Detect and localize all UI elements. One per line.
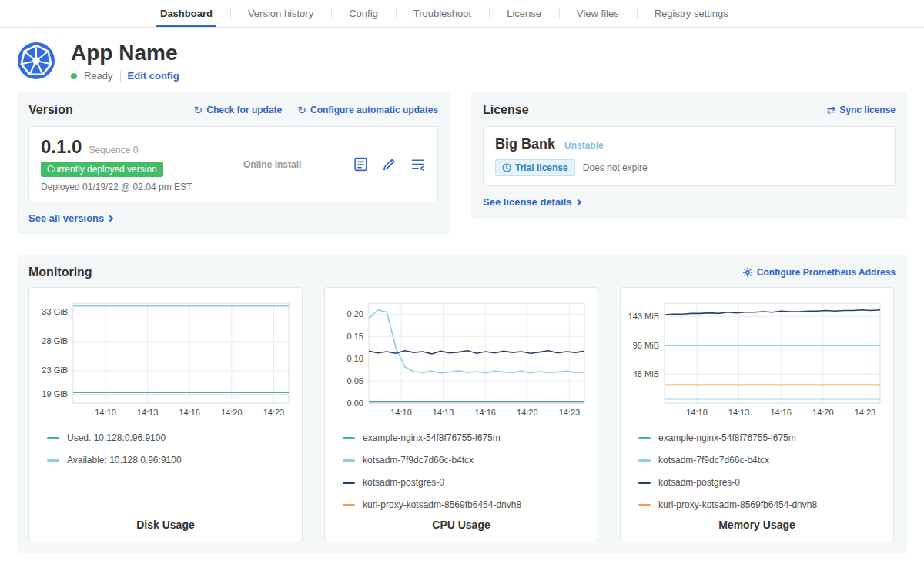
- auto-update-icon: ↻: [297, 105, 306, 115]
- svg-text:14:16: 14:16: [179, 408, 200, 417]
- tab-label: View files: [577, 8, 619, 19]
- svg-text:48 MiB: 48 MiB: [633, 369, 659, 379]
- line-chart-svg: 33 GiB28 GiB23 GiB19 GiB14:1014:1314:161…: [36, 297, 295, 422]
- line-chart-svg: 143 MiB95 MiB48 MiB14:1014:1314:1614:201…: [628, 297, 886, 422]
- svg-text:19 GiB: 19 GiB: [42, 389, 68, 399]
- svg-text:0.20: 0.20: [347, 309, 363, 319]
- license-channel: Unstable: [564, 140, 604, 151]
- tab-license[interactable]: License: [489, 0, 559, 27]
- legend-item: kotsadm-7f9dc7d66c-b4tcx: [638, 455, 886, 466]
- line-chart-svg: 0.200.150.100.050.0014:1014:1314:1614:20…: [332, 297, 591, 422]
- charts-row: 33 GiB28 GiB23 GiB19 GiB14:1014:1314:161…: [28, 287, 896, 542]
- configure-automatic-updates-label: Configure automatic updates: [310, 105, 438, 115]
- configure-automatic-updates-link[interactable]: ↻ Configure automatic updates: [297, 105, 438, 115]
- tab-dashboard[interactable]: Dashboard: [142, 0, 230, 27]
- series-label: kurl-proxy-kotsadm-8569fb6454-dnvh8: [658, 499, 817, 510]
- tab-config[interactable]: Config: [331, 0, 396, 27]
- series-label: Used: 10.128.0.96:9100: [67, 432, 166, 443]
- preflight-checks-icon[interactable]: [381, 156, 397, 172]
- legend-item: Available: 10.128.0.96:9100: [47, 455, 295, 466]
- series-label: kotsadm-7f9dc7d66c-b4tcx: [363, 455, 474, 466]
- svg-text:14:20: 14:20: [517, 408, 538, 417]
- divider: [120, 71, 121, 82]
- version-number: 0.1.0: [41, 136, 82, 158]
- svg-text:0.00: 0.00: [347, 399, 363, 408]
- deployed-badge: Currently deployed version: [41, 162, 163, 177]
- release-notes-icon[interactable]: [353, 156, 369, 172]
- license-card: License ⇄ Sync license Big Bank Unstable…: [471, 92, 907, 219]
- cpu-usage-plot: 0.200.150.100.050.0014:1014:1314:1614:20…: [332, 297, 591, 425]
- series-label: Available: 10.128.0.96:9100: [67, 455, 182, 466]
- tab-registry-settings[interactable]: Registry settings: [637, 0, 746, 27]
- version-sequence: Sequence 0: [89, 145, 138, 155]
- svg-text:143 MiB: 143 MiB: [628, 312, 659, 321]
- see-license-details-link[interactable]: See license details: [483, 196, 572, 208]
- tab-label: License: [507, 8, 541, 19]
- kubernetes-logo: [17, 42, 55, 80]
- tab-version-history[interactable]: Version history: [230, 0, 331, 27]
- chart-title: CPU Usage: [332, 519, 591, 532]
- chevron-right-icon: [574, 199, 581, 205]
- deploy-logs-icon[interactable]: [410, 156, 426, 172]
- memory-usage-legend: example-nginx-54f8f76755-l675mkotsadm-7f…: [628, 432, 886, 510]
- svg-text:14:10: 14:10: [686, 408, 708, 417]
- svg-text:14:23: 14:23: [559, 408, 581, 417]
- svg-text:14:23: 14:23: [855, 408, 876, 417]
- sync-license-link[interactable]: ⇄ Sync license: [827, 105, 896, 115]
- gear-icon: [742, 267, 753, 278]
- series-color-swatch: [343, 437, 355, 439]
- deployed-timestamp: Deployed 01/19/22 @ 02:04 pm EST: [41, 182, 192, 192]
- legend-item: example-nginx-54f8f76755-l675m: [343, 432, 591, 443]
- cards-row: Version ↻ Check for update ↻ Configure a…: [0, 92, 924, 235]
- tab-label: Config: [349, 8, 378, 19]
- edit-config-link[interactable]: Edit config: [128, 70, 179, 82]
- legend-item: kotsadm-postgres-0: [343, 477, 591, 488]
- svg-text:14:10: 14:10: [95, 408, 116, 417]
- series-label: kotsadm-7f9dc7d66c-b4tcx: [658, 455, 769, 466]
- tab-view-files[interactable]: View files: [559, 0, 637, 27]
- svg-text:95 MiB: 95 MiB: [633, 341, 659, 350]
- series-color-swatch: [638, 437, 651, 439]
- svg-text:14:13: 14:13: [137, 408, 159, 417]
- check-for-update-label: Check for update: [206, 105, 282, 115]
- tab-label: Registry settings: [654, 8, 728, 19]
- chart-title: Memory Usage: [628, 519, 886, 532]
- legend-item: kurl-proxy-kotsadm-8569fb6454-dnvh8: [638, 499, 886, 510]
- monitoring-card: Monitoring Configure Prometheus Address …: [17, 255, 907, 553]
- svg-text:14:16: 14:16: [474, 408, 496, 417]
- svg-text:0.10: 0.10: [347, 354, 363, 363]
- svg-text:28 GiB: 28 GiB: [42, 336, 68, 345]
- install-type-label: Online Install: [243, 159, 301, 170]
- page-title: App Name: [71, 40, 179, 66]
- status-dot: [71, 73, 77, 79]
- version-card: Version ↻ Check for update ↻ Configure a…: [17, 92, 450, 235]
- see-all-versions-link[interactable]: See all versions: [28, 212, 104, 224]
- series-label: example-nginx-54f8f76755-l675m: [658, 432, 796, 443]
- svg-text:23 GiB: 23 GiB: [42, 365, 68, 375]
- license-expiry: Does not expire: [583, 162, 648, 173]
- disk-usage-legend: Used: 10.128.0.96:9100Available: 10.128.…: [36, 432, 295, 466]
- series-color-swatch: [638, 504, 651, 506]
- svg-text:14:13: 14:13: [433, 408, 454, 417]
- tab-label: Version history: [248, 8, 313, 19]
- tab-troubleshoot[interactable]: Troubleshoot: [396, 0, 489, 27]
- configure-prometheus-link[interactable]: Configure Prometheus Address: [742, 267, 896, 278]
- sync-icon: ⇄: [827, 105, 836, 115]
- series-label: example-nginx-54f8f76755-l675m: [363, 432, 500, 443]
- memory-usage-chart-box: 143 MiB95 MiB48 MiB14:1014:1314:1614:201…: [620, 287, 894, 542]
- license-box: Big Bank Unstable Trial license Does not…: [483, 126, 896, 186]
- svg-text:33 GiB: 33 GiB: [42, 307, 68, 316]
- check-for-update-link[interactable]: ↻ Check for update: [194, 105, 283, 115]
- license-card-title: License: [483, 103, 529, 117]
- series-label: kotsadm-postgres-0: [658, 477, 740, 488]
- svg-text:14:16: 14:16: [770, 408, 792, 417]
- svg-text:14:20: 14:20: [812, 408, 834, 417]
- memory-usage-plot: 143 MiB95 MiB48 MiB14:1014:1314:1614:201…: [628, 297, 886, 425]
- cpu-usage-chart-box: 0.200.150.100.050.0014:1014:1314:1614:20…: [324, 287, 598, 542]
- legend-item: kurl-proxy-kotsadm-8569fb6454-dnvh8: [343, 499, 591, 510]
- legend-item: kotsadm-postgres-0: [638, 477, 886, 488]
- license-name: Big Bank: [495, 136, 555, 152]
- svg-text:0.15: 0.15: [347, 332, 363, 341]
- series-color-swatch: [47, 459, 59, 462]
- series-color-swatch: [343, 504, 355, 506]
